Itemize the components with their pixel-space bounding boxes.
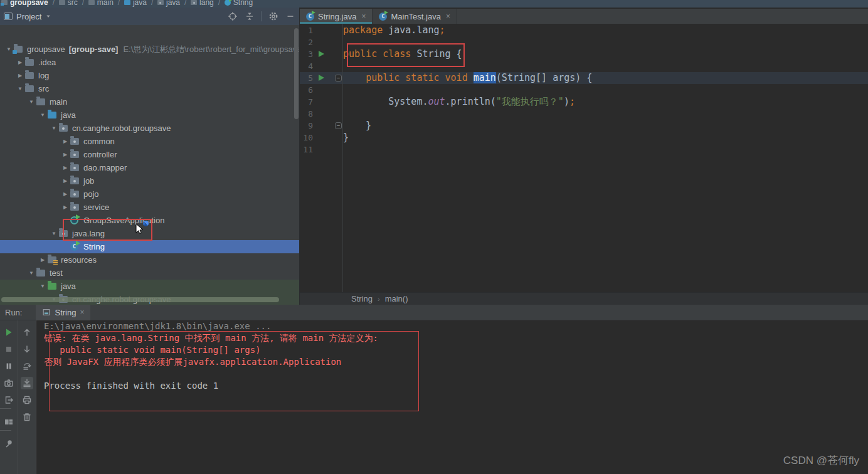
tree-item-label: pojo	[83, 189, 99, 199]
tree-item-main[interactable]: ▼main	[0, 95, 300, 108]
stop-button[interactable]	[3, 343, 15, 356]
tree-item-service[interactable]: ▶service	[0, 201, 300, 214]
class-run-icon: C	[306, 13, 314, 21]
package-icon	[70, 164, 79, 171]
line-number: 11	[300, 144, 313, 155]
tree-item-common[interactable]: ▶common	[0, 135, 300, 148]
editor-tab-string-java[interactable]: CString.java×	[300, 9, 373, 24]
tree-item-cn-canghe-robot-groupsave[interactable]: ▼cn.canghe.robot.groupsave	[0, 122, 300, 135]
pin-button[interactable]	[3, 438, 15, 450]
breadcrumb-separator-icon: ›	[378, 295, 380, 303]
tree-open-arrow-icon[interactable]: ▼	[49, 231, 59, 236]
tree-item-groupsaveapplication[interactable]: GroupSaveApplication	[0, 214, 300, 227]
scrollend-button[interactable]	[21, 377, 33, 389]
breadcrumb-item-string[interactable]: String	[225, 0, 253, 7]
breadcrumb-item-java[interactable]: java	[124, 0, 147, 7]
close-icon[interactable]: ×	[361, 12, 366, 21]
tree-item-src[interactable]: ▼src	[0, 82, 300, 95]
tree-item-label: test	[50, 268, 63, 278]
line-number: 8	[300, 108, 313, 120]
tree-closed-arrow-icon[interactable]: ▶	[38, 257, 48, 263]
close-icon[interactable]: ×	[446, 12, 450, 21]
tree-item-string[interactable]: CString	[0, 240, 300, 253]
toolbar-divider	[0, 430, 11, 431]
camera-button[interactable]	[3, 377, 15, 389]
trash-button[interactable]	[21, 411, 33, 423]
print-button[interactable]	[21, 394, 33, 406]
tree-closed-arrow-icon[interactable]: ▶	[60, 165, 70, 171]
package-icon	[59, 230, 68, 237]
tree-item-controller[interactable]: ▶controller	[0, 148, 300, 161]
tree-item-root-groupsave[interactable]: ▼groupsave[group-save]E:\思为\江彬总结\robert\…	[0, 43, 300, 56]
down-button[interactable]	[21, 343, 33, 356]
tree-item-java[interactable]: ▼java	[0, 108, 300, 122]
breadcrumb-item-main[interactable]: main	[88, 0, 114, 7]
breadcrumb-class[interactable]: String	[351, 294, 373, 303]
code-editor[interactable]: 1package java.lang;23public class String…	[300, 24, 868, 292]
tree-root-path: E:\思为\江彬总结\robert\robert_for_mit\groupsa…	[123, 44, 300, 55]
tree-closed-arrow-icon[interactable]: ▶	[60, 204, 70, 210]
tree-item-test[interactable]: ▼test	[0, 266, 300, 280]
tree-closed-arrow-icon[interactable]: ▶	[60, 191, 70, 197]
tree-item-java-lang[interactable]: ▼java.lang	[0, 227, 300, 240]
pause-button[interactable]	[3, 360, 15, 372]
tree-horizontal-scrollbar[interactable]	[1, 297, 279, 302]
breadcrumb-method[interactable]: main()	[385, 294, 408, 303]
folder-icon	[59, 0, 65, 5]
tree-open-arrow-icon[interactable]: ▼	[26, 270, 36, 276]
collapse-icon[interactable]	[244, 11, 255, 22]
tree-item-pojo[interactable]: ▶pojo	[0, 187, 300, 201]
chevron-down-icon[interactable]	[45, 13, 52, 20]
tree-item-label: .idea	[38, 58, 56, 67]
tree-closed-arrow-icon[interactable]: ▶	[15, 73, 25, 78]
breadcrumb-item-java[interactable]: java	[157, 0, 180, 7]
project-panel-title[interactable]: Project	[16, 12, 41, 21]
tree-item-log[interactable]: ▶log	[0, 69, 300, 82]
run-gutter-icon[interactable]	[319, 75, 324, 81]
project-tool-window: Project ▼groupsave[group-save]E:\思为\江彬总结…	[0, 8, 300, 305]
project-icon	[1, 0, 8, 5]
breadcrumb-separator: /	[118, 0, 120, 6]
exit-button[interactable]	[3, 394, 15, 406]
editor-tab-maintest-java[interactable]: CMainTest.java×	[373, 9, 457, 24]
tree-item-java[interactable]: ▼java	[0, 280, 300, 293]
close-icon[interactable]: ×	[80, 308, 84, 317]
tree-vertical-scrollbar[interactable]	[294, 28, 299, 119]
tree-item-label: service	[83, 203, 109, 212]
tree-item-dao-mapper[interactable]: ▶dao.mapper	[0, 161, 300, 174]
gear-icon[interactable]	[268, 11, 278, 22]
ide-window: groupsave/src/main/java/java/lang/String…	[0, 0, 868, 474]
up-button[interactable]	[21, 326, 33, 339]
target-icon[interactable]	[227, 11, 238, 22]
fold-icon[interactable]: −	[335, 75, 342, 82]
class-run-icon: C	[70, 243, 78, 251]
tree-open-arrow-icon[interactable]: ▼	[38, 283, 48, 289]
layout-button[interactable]	[3, 416, 15, 428]
package-icon	[70, 138, 79, 145]
tree-closed-arrow-icon[interactable]: ▶	[15, 60, 25, 65]
run-button[interactable]	[3, 326, 15, 339]
fold-icon[interactable]: −	[335, 122, 342, 129]
tree-item-resources[interactable]: ▶resources	[0, 253, 300, 266]
tree-open-arrow-icon[interactable]: ▼	[26, 99, 36, 105]
minus-icon[interactable]	[285, 11, 295, 22]
console-output[interactable]: E:\java\environment\jdk1.8\bin\java.exe …	[36, 320, 868, 474]
console-icon	[42, 308, 51, 317]
breadcrumb-item-lang[interactable]: lang	[191, 0, 214, 7]
tree-open-arrow-icon[interactable]: ▼	[38, 112, 48, 118]
tree-closed-arrow-icon[interactable]: ▶	[60, 178, 70, 184]
tree-closed-arrow-icon[interactable]: ▶	[60, 139, 70, 144]
tree-item-job[interactable]: ▶job	[0, 174, 300, 187]
tree-open-arrow-icon[interactable]: ▼	[49, 125, 59, 131]
tree-open-arrow-icon[interactable]: ▼	[15, 86, 25, 92]
project-tree: ▼groupsave[group-save]E:\思为\江彬总结\robert\…	[0, 25, 300, 305]
run-gutter-icon[interactable]	[319, 51, 324, 57]
breadcrumb-item-groupsave[interactable]: groupsave	[1, 0, 48, 7]
tab-label: String.java	[318, 12, 356, 21]
tree-closed-arrow-icon[interactable]: ▶	[60, 152, 70, 157]
rerun-button[interactable]	[21, 360, 33, 372]
code-line-10: }	[343, 132, 349, 144]
tree-item--idea[interactable]: ▶.idea	[0, 56, 300, 69]
run-tab-string[interactable]: String ×	[36, 305, 90, 320]
breadcrumb-item-src[interactable]: src	[59, 0, 78, 7]
